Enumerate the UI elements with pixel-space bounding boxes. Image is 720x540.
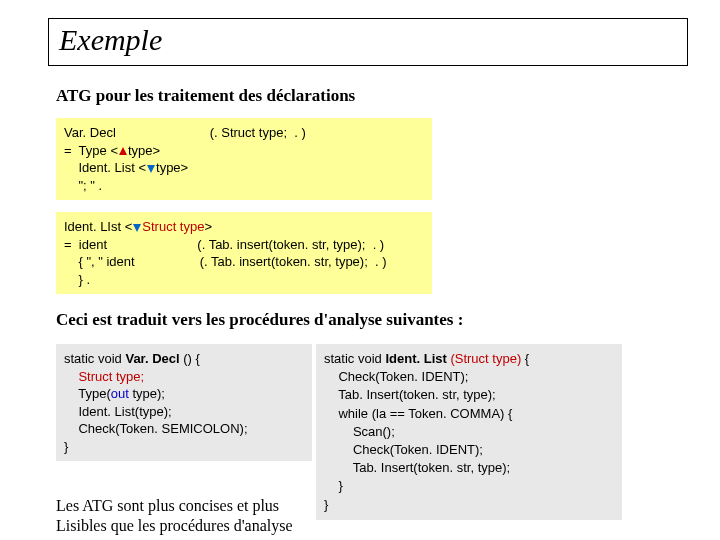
c1-l2: Struct type;: [64, 368, 304, 386]
atg2-l3a: { ", " ident: [64, 254, 135, 269]
c2-l3: Tab. Insert(token. str, type);: [324, 386, 614, 404]
atg-block-1: Var. Decl (. Struct type; . ) = Type <ty…: [56, 118, 432, 200]
c2-l9: }: [324, 496, 614, 514]
c1-l3b: out: [111, 386, 133, 401]
c2-l7: Tab. Insert(token. str, type);: [324, 459, 614, 477]
mid-text: Ceci est traduit vers les procédures d'a…: [56, 310, 463, 330]
atg1-l3b: type>: [156, 160, 188, 175]
c1-l4: Ident. List(type);: [64, 403, 304, 421]
c1-l6: }: [64, 438, 304, 456]
atg-block-2: Ident. LIst <Struct type> = ident (. Tab…: [56, 212, 432, 294]
c2-l5: Scan();: [324, 423, 614, 441]
c1-l1a: static void: [64, 351, 125, 366]
footer-line-2: Lisibles que les procédures d'analyse: [56, 516, 293, 536]
atg1-l2a: = Type <: [64, 143, 118, 158]
c2-l1b: Ident. List: [385, 351, 450, 366]
atg2-l1a: Ident. LIst <: [64, 219, 132, 234]
c2-l1c: (Struct type): [450, 351, 524, 366]
c1-l5: Check(Token. SEMICOLON);: [64, 420, 304, 438]
atg2-l2a: = ident: [64, 237, 107, 252]
down-arrow-icon: [133, 224, 141, 232]
atg2-l3b: (. Tab. insert(token. str, type); . ): [200, 254, 387, 269]
page-title: Exemple: [59, 23, 677, 57]
c1-l3c: type);: [132, 386, 165, 401]
c2-l8: }: [324, 477, 614, 495]
title-box: Exemple: [48, 18, 688, 66]
c2-l1a: static void: [324, 351, 385, 366]
subtitle: ATG pour les traitement des déclarations: [56, 86, 355, 106]
c1-l1b: Var. Decl: [125, 351, 183, 366]
atg2-l4: } .: [64, 271, 424, 289]
c1-l1c: () {: [183, 351, 200, 366]
atg1-l1b: (. Struct type; . ): [210, 125, 306, 140]
c2-l4: while (la == Token. COMMA) {: [324, 405, 614, 423]
atg1-l4: "; " .: [64, 177, 424, 195]
c1-l3a: Type(: [64, 386, 111, 401]
code-block-1: static void Var. Decl () { Struct type; …: [56, 344, 312, 461]
c2-l2: Check(Token. IDENT);: [324, 368, 614, 386]
footer-line-1: Les ATG sont plus concises et plus: [56, 496, 293, 516]
footer-text: Les ATG sont plus concises et plus Lisib…: [56, 496, 293, 536]
down-arrow-icon: [147, 165, 155, 173]
c2-l1d: {: [525, 351, 529, 366]
atg1-l1a: Var. Decl: [64, 125, 116, 140]
up-arrow-icon: [119, 147, 127, 155]
atg1-l2b: type>: [128, 143, 160, 158]
c2-l6: Check(Token. IDENT);: [324, 441, 614, 459]
atg2-l1c: >: [204, 219, 212, 234]
code-block-2: static void Ident. List (Struct type) { …: [316, 344, 622, 520]
atg2-l2b: (. Tab. insert(token. str, type); . ): [197, 237, 384, 252]
atg1-l3a: Ident. List <: [64, 160, 146, 175]
atg2-l1b: Struct type: [142, 219, 204, 234]
